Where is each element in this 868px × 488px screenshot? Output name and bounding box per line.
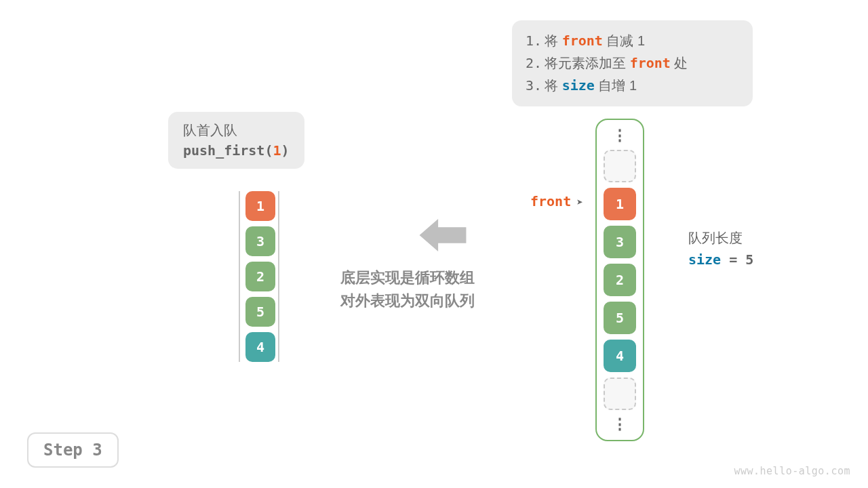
operation-callout: 队首入队 push_first(1) [168,112,304,169]
deque-cell: 1 [245,191,275,221]
empty-cell [604,378,636,410]
array-cell: 1 [604,188,636,220]
step-item: 2.将元素添加至 front 处 [526,52,739,75]
step-badge: Step 3 [27,432,119,468]
ellipsis-icon: ⋮ [612,127,627,144]
deque-cell: 3 [245,226,275,256]
algorithm-steps-box: 1.将 front 自减 12.将元素添加至 front 处3.将 size 自… [512,20,753,106]
array-cell: 3 [604,226,636,258]
left-arrow-icon [419,214,467,259]
deque-cell: 2 [245,262,275,291]
deque-view: 13254 [239,191,279,362]
ellipsis-icon: ⋮ [612,415,627,433]
pointer-arrow-icon: ➤ [576,196,583,209]
array-cell: 2 [604,264,636,296]
explanation-text: 底层实现是循环数组 对外表现为双向队列 [340,266,475,312]
step-item: 1.将 front 自减 1 [526,30,739,52]
deque-cell: 5 [245,297,275,327]
array-cell: 5 [604,302,636,334]
algorithm-steps-list: 1.将 front 自减 12.将元素添加至 front 处3.将 size 自… [526,30,739,97]
circular-array-view: ⋮13254⋮ [595,119,644,441]
deque-cell: 4 [245,332,275,362]
operation-title: 队首入队 [183,120,290,140]
step-item: 3.将 size 自增 1 [526,75,739,97]
empty-cell [604,150,636,182]
watermark: www.hello-algo.com [734,465,850,477]
operation-code: push_first(1) [183,140,290,161]
array-cell: 4 [604,340,636,372]
size-label: 队列长度 size = 5 [688,227,753,270]
front-pointer-label: front➤ [530,193,583,209]
